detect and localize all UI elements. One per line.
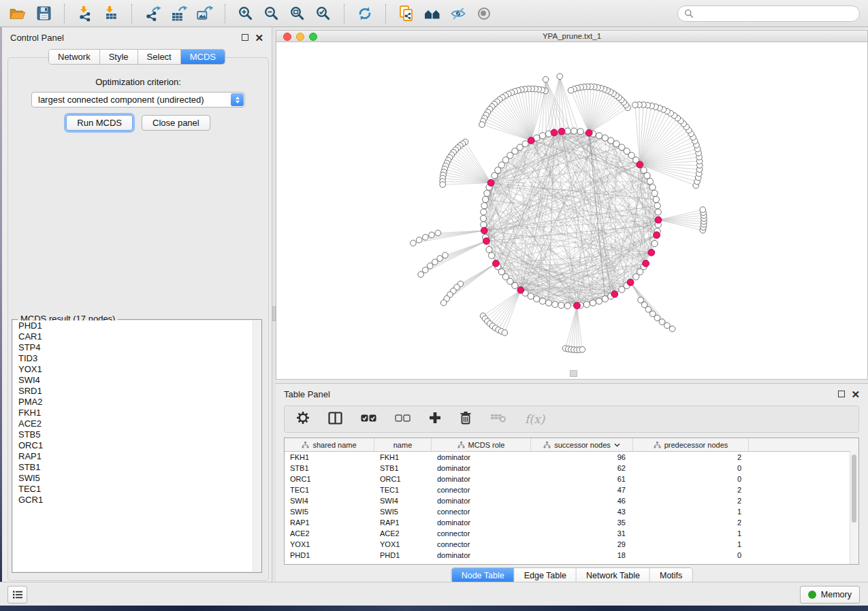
search-box[interactable] — [677, 5, 860, 22]
network-hub-node[interactable] — [551, 129, 558, 136]
cell-shared-name[interactable]: YOX1 — [285, 539, 374, 550]
cell-MCDS-role[interactable]: dominator — [432, 495, 531, 506]
network-node[interactable] — [669, 326, 675, 332]
tab-network[interactable]: Network — [49, 50, 100, 64]
cell-successor-nodes[interactable]: 35 — [531, 517, 633, 528]
network-node[interactable] — [432, 259, 438, 265]
cell-successor-nodes[interactable]: 18 — [531, 550, 633, 561]
column-header-MCDS-role[interactable]: MCDS role — [432, 438, 531, 451]
network-hub-node[interactable] — [585, 129, 592, 136]
network-node[interactable] — [602, 135, 608, 141]
criterion-dropdown[interactable]: largest connected component (undirected) — [31, 92, 245, 108]
mcds-result-item[interactable]: STB1 — [13, 462, 261, 473]
table-row[interactable]: PHD1PHD1dominator180 — [285, 550, 858, 561]
cell-name[interactable]: ACE2 — [374, 528, 432, 539]
cell-shared-name[interactable]: FKH1 — [285, 452, 374, 463]
cell-shared-name[interactable]: PHD1 — [285, 550, 374, 561]
network-node[interactable] — [429, 232, 435, 238]
cell-predecessor-nodes[interactable]: 0 — [633, 550, 749, 561]
cell-MCDS-role[interactable]: dominator — [432, 517, 531, 528]
tab-mcds[interactable]: MCDS — [181, 50, 225, 64]
network-node[interactable] — [652, 240, 658, 246]
network-node[interactable] — [423, 234, 429, 240]
mcds-result-item[interactable]: TEC1 — [13, 484, 261, 495]
tab-motifs[interactable]: Motifs — [650, 568, 692, 582]
cell-predecessor-nodes[interactable]: 2 — [633, 484, 749, 495]
network-hub-node[interactable] — [483, 237, 490, 244]
network-node[interactable] — [659, 319, 665, 325]
network-node[interactable] — [608, 137, 614, 144]
cell-name[interactable]: SWI5 — [374, 506, 432, 517]
cell-name[interactable]: STB1 — [374, 463, 432, 474]
cell-MCDS-role[interactable]: dominator — [432, 474, 531, 484]
network-node[interactable] — [489, 252, 495, 259]
tab-edge-table[interactable]: Edge Table — [515, 568, 577, 582]
mcds-result-item[interactable]: STP4 — [13, 342, 261, 353]
cell-predecessor-nodes[interactable]: 2 — [633, 452, 749, 463]
network-node[interactable] — [512, 282, 518, 288]
mcds-result-item[interactable]: GCR1 — [13, 495, 261, 506]
cell-name[interactable]: TEC1 — [374, 484, 432, 495]
cell-name[interactable]: RAP1 — [374, 517, 432, 528]
export-image-button[interactable] — [195, 4, 214, 23]
network-node[interactable] — [655, 209, 661, 215]
column-header-successor-nodes[interactable]: successor nodes — [531, 438, 633, 451]
close-panel-button[interactable]: Close panel — [142, 115, 210, 131]
import-network-button[interactable] — [76, 4, 95, 23]
cell-MCDS-role[interactable]: connector — [432, 506, 531, 517]
network-node[interactable] — [481, 203, 487, 209]
network-node[interactable] — [564, 303, 570, 309]
network-hub-node[interactable] — [528, 137, 534, 144]
network-node[interactable] — [437, 256, 443, 262]
network-node[interactable] — [440, 182, 446, 188]
create-column-button[interactable] — [429, 412, 441, 427]
network-node[interactable] — [418, 271, 424, 278]
apply-layout-button[interactable] — [355, 4, 374, 23]
network-hub-node[interactable] — [487, 180, 494, 186]
mcds-result-item[interactable]: PHD1 — [13, 320, 261, 331]
network-node[interactable] — [649, 311, 656, 317]
network-node[interactable] — [552, 301, 558, 308]
table-row[interactable]: SWI4SWI4dominator462 — [285, 495, 858, 506]
table-row[interactable]: TEC1TEC1connector472 — [285, 484, 858, 495]
network-node[interactable] — [602, 296, 608, 302]
network-node[interactable] — [545, 300, 551, 306]
mcds-result-item[interactable]: TID3 — [13, 353, 261, 364]
cell-shared-name[interactable]: ACE2 — [285, 528, 374, 539]
cell-successor-nodes[interactable]: 46 — [531, 495, 633, 506]
mcds-result-item[interactable]: RAP1 — [13, 451, 261, 462]
network-canvas[interactable] — [276, 42, 868, 380]
table-settings-button[interactable] — [296, 411, 310, 427]
cell-shared-name[interactable]: SWI4 — [285, 495, 374, 506]
table-row[interactable]: FKH1FKH1dominator962 — [285, 452, 858, 463]
function-builder-button[interactable]: f(x) — [525, 412, 545, 426]
cell-predecessor-nodes[interactable]: 1 — [633, 539, 749, 550]
close-panel-icon[interactable]: ✕ — [255, 33, 263, 43]
network-hub-node[interactable] — [481, 227, 487, 234]
hide-graphics-button[interactable] — [449, 4, 468, 23]
cell-successor-nodes[interactable]: 43 — [531, 506, 633, 517]
network-node[interactable] — [654, 315, 660, 321]
cell-name[interactable]: SWI4 — [374, 495, 432, 506]
network-node[interactable] — [480, 215, 486, 221]
mcds-result-item[interactable]: ACE2 — [13, 418, 261, 429]
network-node[interactable] — [481, 209, 487, 215]
float-panel-icon[interactable] — [838, 391, 845, 397]
deselect-all-button[interactable] — [395, 413, 411, 425]
cell-shared-name[interactable]: STB1 — [285, 463, 374, 474]
table-row[interactable]: YOX1YOX1connector291 — [285, 539, 858, 550]
network-node[interactable] — [484, 190, 490, 196]
cell-successor-nodes[interactable]: 29 — [531, 539, 633, 550]
save-session-button[interactable] — [34, 4, 53, 23]
network-node[interactable] — [700, 207, 706, 213]
select-all-button[interactable] — [361, 413, 376, 425]
cell-MCDS-role[interactable]: connector — [432, 528, 531, 539]
memory-button[interactable]: Memory — [800, 586, 860, 604]
table-row[interactable]: STB1STB1dominator620 — [285, 463, 858, 474]
network-node[interactable] — [528, 293, 534, 299]
cell-predecessor-nodes[interactable]: 1 — [633, 528, 749, 539]
cell-shared-name[interactable]: TEC1 — [285, 484, 374, 495]
network-node[interactable] — [423, 267, 429, 274]
network-hub-node[interactable] — [517, 286, 524, 293]
network-node[interactable] — [564, 128, 570, 134]
